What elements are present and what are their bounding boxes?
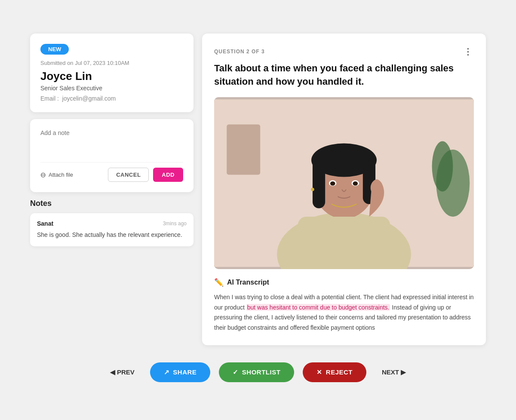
email-value: joycelin@gmail.com [62,95,116,102]
note-input[interactable] [40,129,183,155]
svg-point-4 [432,141,453,191]
ai-icon: ✏️ [214,278,224,287]
new-badge: NEW [40,44,69,55]
video-area [214,97,474,269]
question-meta: QUESTION 2 OF 3 ⋮ [214,46,474,58]
share-icon: ↗ [164,368,170,376]
left-panel: NEW Submitted on Jul 07, 2023 10:10AM Jo… [30,34,194,246]
note-meta: Sanat 3mins ago [37,220,187,227]
right-panel: QUESTION 2 OF 3 ⋮ Talk about a time when… [202,34,486,345]
submitted-date: Submitted on Jul 07, 2023 10:10AM [40,60,183,66]
ai-transcript-label: AI Transcript [227,279,269,286]
cancel-button[interactable]: CANCEL [108,168,149,182]
shortlist-icon: ✓ [233,368,239,376]
attach-icon: ⊘ [38,170,48,180]
note-actions: ⊘ Attach file CANCEL ADD [40,162,183,182]
shortlist-label: SHORTLIST [242,368,281,376]
candidate-role: Senior Sales Executive [40,85,183,92]
more-options-icon[interactable]: ⋮ [462,46,474,58]
note-item: Sanat 3mins ago She is good. She actuall… [30,213,194,246]
candidate-video [214,97,474,269]
share-button[interactable]: ↗ SHARE [150,362,211,382]
bottom-nav: ◀ PREV ↗ SHARE ✓ SHORTLIST ✕ REJECT NEXT… [30,358,486,386]
main-content: NEW Submitted on Jul 07, 2023 10:10AM Jo… [30,34,486,345]
outer-container: NEW Submitted on Jul 07, 2023 10:10AM Jo… [22,21,494,399]
attach-file-button[interactable]: ⊘ Attach file [40,171,73,179]
ai-transcript-header: ✏️ AI Transcript [214,278,474,287]
prev-button[interactable]: ◀ PREV [103,364,141,380]
transcript-text: When I was trying to close a deal with a… [214,292,474,333]
share-label: SHARE [173,368,197,376]
candidate-name: Joyce Lin [40,70,183,83]
transcript-highlight: but was hesitant to commit due to budget… [246,304,390,311]
attach-label: Attach file [49,172,73,178]
note-time: 3mins ago [163,221,187,227]
svg-point-13 [330,181,335,186]
note-card: ⊘ Attach file CANCEL ADD [30,119,194,192]
candidate-email: Email : joycelin@gmail.com [40,95,183,102]
question-text: Talk about a time when you faced a chall… [214,62,474,89]
candidate-card: NEW Submitted on Jul 07, 2023 10:10AM Jo… [30,34,194,112]
email-label: Email [40,95,55,102]
email-separator: : [57,95,59,102]
next-button[interactable]: NEXT ▶ [375,364,413,380]
note-text: She is good. She actually has the releva… [37,230,187,239]
shortlist-button[interactable]: ✓ SHORTLIST [219,362,294,382]
reject-button[interactable]: ✕ REJECT [303,362,366,382]
question-label: QUESTION 2 OF 3 [214,49,265,55]
svg-rect-2 [227,124,260,175]
add-button[interactable]: ADD [153,168,183,182]
reject-icon: ✕ [316,368,322,376]
notes-section: Notes Sanat 3mins ago She is good. She a… [30,199,194,246]
reject-label: REJECT [326,368,353,376]
svg-point-15 [311,187,314,191]
svg-rect-16 [298,217,390,267]
svg-point-14 [353,181,358,186]
note-author: Sanat [37,220,53,227]
svg-rect-9 [313,158,325,208]
notes-heading: Notes [30,199,194,208]
